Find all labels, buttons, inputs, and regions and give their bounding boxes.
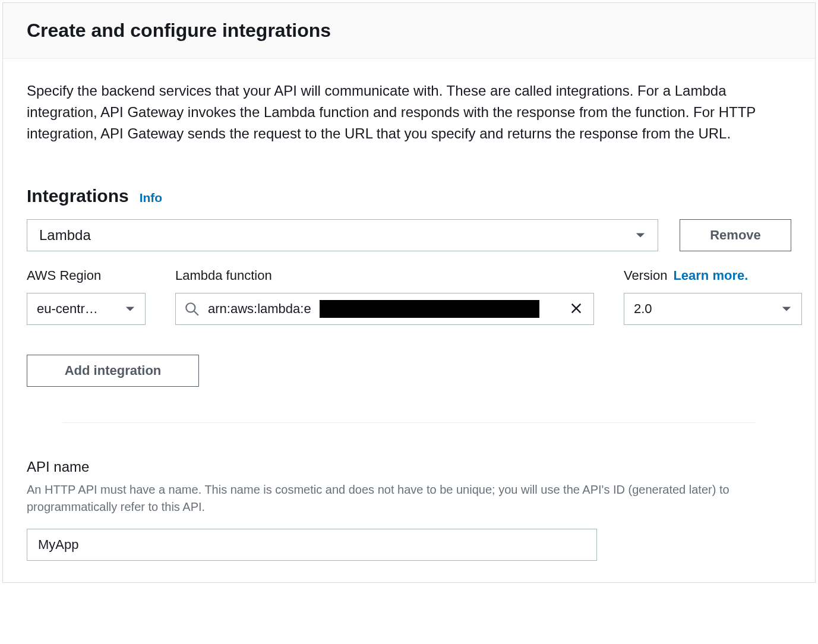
integrations-section-heading: Integrations Info [27, 186, 791, 206]
panel-body: Specify the backend services that your A… [3, 59, 815, 582]
divider [62, 422, 756, 423]
region-select[interactable]: eu-centr… [27, 293, 146, 325]
info-link[interactable]: Info [140, 191, 162, 205]
version-label-row: Version Learn more. [624, 268, 802, 283]
lambda-function-column: Lambda function arn:aws:lambda:e [175, 268, 594, 325]
integrations-panel: Create and configure integrations Specif… [2, 2, 816, 583]
lambda-function-label: Lambda function [175, 268, 594, 283]
panel-header: Create and configure integrations [3, 3, 815, 59]
version-label: Version [624, 268, 667, 283]
api-name-label: API name [27, 459, 791, 475]
remove-button[interactable]: Remove [680, 219, 791, 251]
close-icon [570, 302, 583, 315]
chevron-down-icon [125, 304, 135, 314]
region-label: AWS Region [27, 268, 146, 283]
svg-point-0 [186, 303, 195, 312]
panel-description: Specify the backend services that your A… [27, 80, 787, 144]
learn-more-link[interactable]: Learn more. [673, 268, 748, 283]
region-value: eu-centr… [37, 301, 98, 317]
version-column: Version Learn more. 2.0 [624, 268, 802, 325]
add-integration-button[interactable]: Add integration [27, 355, 199, 387]
lambda-function-value: arn:aws:lambda:e [208, 301, 311, 317]
api-name-input[interactable] [27, 529, 597, 561]
svg-line-1 [194, 311, 198, 315]
version-value: 2.0 [634, 301, 652, 317]
api-name-help: An HTTP API must have a name. This name … [27, 481, 787, 516]
clear-lambda-button[interactable] [567, 299, 585, 319]
redacted-arn [320, 300, 539, 318]
region-column: AWS Region eu-centr… [27, 268, 146, 325]
integrations-heading: Integrations [27, 186, 129, 206]
integration-type-row: Lambda Remove [27, 219, 791, 251]
version-select[interactable]: 2.0 [624, 293, 802, 325]
lambda-function-input[interactable]: arn:aws:lambda:e [175, 293, 594, 325]
chevron-down-icon [635, 230, 646, 241]
search-icon [184, 301, 200, 317]
integration-type-select[interactable]: Lambda [27, 219, 658, 251]
page-title: Create and configure integrations [27, 20, 791, 42]
chevron-down-icon [781, 304, 792, 314]
remove-button-label: Remove [710, 228, 761, 243]
add-integration-label: Add integration [65, 363, 162, 378]
integration-fields-row: AWS Region eu-centr… Lambda function arn… [27, 268, 791, 325]
integration-type-value: Lambda [39, 227, 91, 244]
